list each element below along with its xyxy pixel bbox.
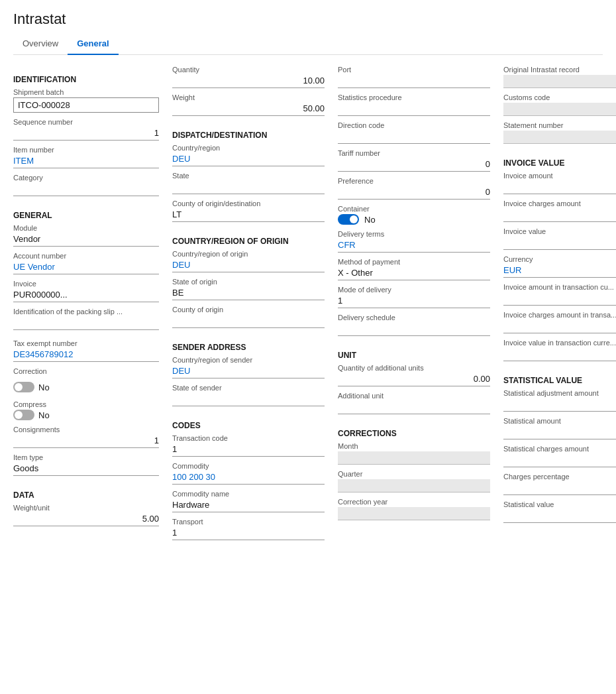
county-origin-field: County of origin/destination LT <box>172 200 325 222</box>
tab-general[interactable]: General <box>68 34 118 55</box>
currency-field: Currency EUR <box>503 255 616 278</box>
invoice-value-value[interactable]: 1,000.00 <box>503 237 616 250</box>
country-region-value[interactable]: DEU <box>172 153 325 166</box>
consignments-field: Consignments 1 <box>13 426 159 448</box>
sequence-number-field: Sequence number 1 <box>13 118 159 141</box>
category-value[interactable] <box>13 183 159 196</box>
charges-percentage-value[interactable]: 0.00 <box>503 482 616 495</box>
statement-number-label: Statement number <box>503 121 616 129</box>
tariff-number-value[interactable]: 0 <box>338 158 490 172</box>
container-toggle[interactable] <box>338 214 359 225</box>
country-region-sender-label: Country/region of sender <box>172 356 325 364</box>
invoice-charges-value[interactable]: 0.00 <box>503 209 616 222</box>
state-value[interactable] <box>172 181 325 194</box>
delivery-terms-label: Delivery terms <box>338 230 490 238</box>
statistics-procedure-field: Statistics procedure <box>338 93 490 116</box>
packing-slip-value[interactable] <box>13 317 159 330</box>
transport-label: Transport <box>172 518 325 526</box>
customs-code-value[interactable] <box>503 103 616 116</box>
tab-overview[interactable]: Overview <box>13 34 68 55</box>
account-number-field: Account number UE Vendor <box>13 252 159 274</box>
correction-toggle-container[interactable]: No <box>13 382 159 392</box>
statement-number-value[interactable] <box>503 131 616 144</box>
invoice-value-transaction-value[interactable]: 0.00 <box>503 348 616 361</box>
port-value[interactable] <box>338 75 490 88</box>
preference-value[interactable]: 0 <box>338 186 490 200</box>
county-of-origin-value[interactable] <box>172 315 325 328</box>
commodity-value[interactable]: 100 200 30 <box>172 471 325 485</box>
weight-value[interactable]: 50.00 <box>172 103 325 116</box>
codes-section-title: CODES <box>172 421 325 430</box>
tax-exempt-value[interactable]: DE3456789012 <box>13 349 159 362</box>
shipment-batch-value[interactable]: ITCO-000028 <box>13 97 159 113</box>
method-of-payment-value[interactable]: X - Other <box>338 267 490 280</box>
invoice-charges-label: Invoice charges amount <box>503 200 616 207</box>
delivery-terms-value[interactable]: CFR <box>338 239 490 253</box>
invoice-charges-transaction-value[interactable]: 0.00 <box>503 320 616 333</box>
data-section-title: DATA <box>13 491 159 500</box>
invoice-value-field: Invoice value 1,000.00 <box>503 227 616 250</box>
country-region-origin-value[interactable]: DEU <box>172 259 325 272</box>
country-region-origin-field: Country/region of origin DEU <box>172 250 325 272</box>
item-number-value[interactable]: ITEM <box>13 155 159 168</box>
statistical-amount-value[interactable]: 1,000.00 <box>503 426 616 439</box>
unit-section-title: UNIT <box>338 351 490 360</box>
state-of-origin-value[interactable]: BE <box>172 287 325 300</box>
commodity-name-value[interactable]: Hardware <box>172 499 325 512</box>
state-of-sender-value[interactable] <box>172 393 325 406</box>
direction-code-value[interactable] <box>338 131 490 144</box>
statistics-procedure-value[interactable] <box>338 103 490 116</box>
currency-value[interactable]: EUR <box>503 264 616 278</box>
compress-toggle[interactable] <box>13 410 34 420</box>
transport-value[interactable]: 1 <box>172 527 325 540</box>
weight-unit-value[interactable]: 5.00 <box>13 513 159 526</box>
county-origin-value[interactable]: LT <box>172 209 325 222</box>
statistical-value-value[interactable]: 1,000.00 <box>503 510 616 523</box>
transaction-code-value[interactable]: 1 <box>172 443 325 457</box>
delivery-schedule-value[interactable] <box>338 323 490 336</box>
module-value[interactable]: Vendor <box>13 233 159 247</box>
statistical-value-field: Statistical value 1,000.00 <box>503 500 616 523</box>
quantity-value[interactable]: 10.00 <box>172 75 325 88</box>
container-toggle-row[interactable]: No <box>338 214 490 225</box>
compress-toggle-container[interactable]: No <box>13 410 159 420</box>
category-field: Category <box>13 174 159 196</box>
statistical-charges-value[interactable]: 0.00 <box>503 454 616 467</box>
additional-unit-value[interactable] <box>338 401 490 414</box>
currency-label: Currency <box>503 255 616 263</box>
invoice-amount-value[interactable]: 1,000.00 <box>503 181 616 194</box>
sequence-number-value[interactable]: 1 <box>13 127 159 141</box>
correction-toggle-text: No <box>38 382 50 392</box>
quarter-label: Quarter <box>338 470 490 478</box>
weight-field: Weight 50.00 <box>172 93 325 116</box>
consignments-value[interactable]: 1 <box>13 435 159 448</box>
invoice-amount-transaction-value[interactable]: 0.00 <box>503 292 616 306</box>
quarter-value[interactable] <box>338 479 490 492</box>
mode-of-delivery-value[interactable]: 1 <box>338 295 490 308</box>
statistical-value-label: Statistical value <box>503 500 616 508</box>
account-number-value[interactable]: UE Vendor <box>13 261 159 274</box>
correction-year-value[interactable] <box>338 507 490 520</box>
transaction-code-field: Transaction code 1 <box>172 434 325 457</box>
tab-bar: Overview General <box>13 34 603 55</box>
country-region-label: Country/region <box>172 144 325 152</box>
charges-percentage-field: Charges percentage 0.00 <box>503 473 616 495</box>
original-intrastat-value[interactable] <box>503 75 616 88</box>
correction-toggle[interactable] <box>13 382 34 392</box>
qty-additional-value[interactable]: 0.00 <box>338 373 490 386</box>
country-region-sender-value[interactable]: DEU <box>172 365 325 378</box>
month-value[interactable] <box>338 451 490 465</box>
sender-address-section-title: SENDER ADDRESS <box>172 343 325 352</box>
state-of-sender-label: State of sender <box>172 384 325 392</box>
quarter-field: Quarter <box>338 470 490 492</box>
statistical-adjustment-value[interactable]: 0.00 <box>503 398 616 412</box>
item-type-field: Item type Goods <box>13 453 159 476</box>
statistical-amount-label: Statistical amount <box>503 417 616 425</box>
weight-unit-label: Weight/unit <box>13 504 159 512</box>
port-field: Port <box>338 66 490 88</box>
invoice-value[interactable]: PUR000000... <box>13 289 159 302</box>
invoice-field: Invoice PUR000000... <box>13 280 159 302</box>
invoice-charges-transaction-label: Invoice charges amount in transa... <box>503 311 616 319</box>
module-field: Module Vendor <box>13 224 159 247</box>
item-type-value[interactable]: Goods <box>13 463 159 476</box>
